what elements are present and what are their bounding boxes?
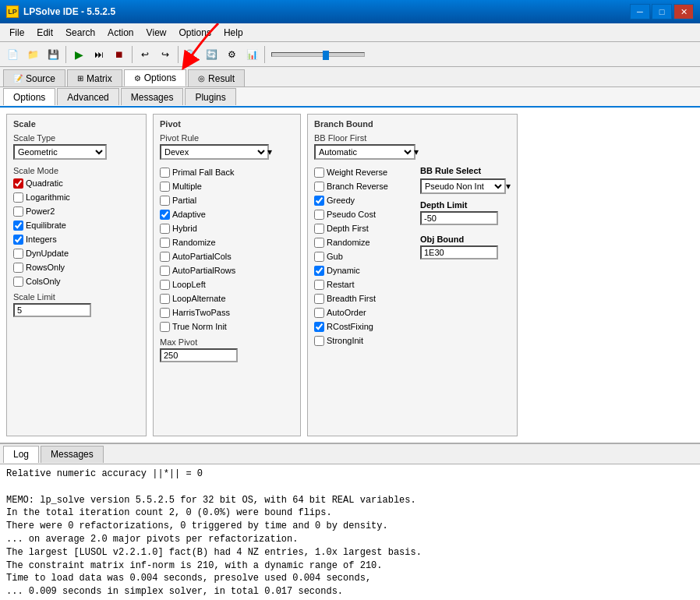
bb-depthfirst-checkbox[interactable] [314,224,324,234]
maximize-button[interactable]: □ [652,4,672,19]
pivot-autopartialcols-label[interactable]: AutoPartialCols [160,250,294,263]
toolbar-search[interactable]: 🔍 [182,45,200,64]
obj-bound-input[interactable] [420,245,498,259]
bb-rcostfixing-checkbox[interactable] [314,322,324,332]
bb-branch-reverse-label[interactable]: Branch Reverse [314,180,414,192]
pivot-harristwopass-label[interactable]: HarrisTwoPass [160,306,294,319]
bb-autoorder-checkbox[interactable] [314,308,324,318]
close-button[interactable]: ✕ [673,4,694,19]
toolbar-replace[interactable]: 🔄 [202,45,221,64]
pivot-partial-label[interactable]: Partial [160,194,294,206]
bb-weight-reverse-checkbox[interactable] [314,168,324,178]
pivot-hybrid-label[interactable]: Hybrid [160,222,294,235]
pivot-loopleft-label[interactable]: LoopLeft [160,278,294,291]
toolbar-new[interactable]: 📄 [3,45,22,64]
scale-power2-checkbox[interactable] [13,206,23,217]
toolbar-b1[interactable]: ⚙ [222,45,241,64]
log-tab-messages[interactable]: Messages [41,446,104,463]
toolbar-redo[interactable]: ↪ [156,45,175,64]
pivot-harristwopass-checkbox[interactable] [160,308,170,318]
subtab-messages[interactable]: Messages [121,88,184,105]
menu-view[interactable]: View [140,24,172,41]
scale-type-select[interactable]: Geometric Curtiss Extreme Mode [13,144,107,160]
minimize-button[interactable]: ─ [630,4,650,19]
bb-rule-select[interactable]: Pseudo Non Int First Select Gap Select [420,178,506,194]
tab-source[interactable]: 📝 Source [3,69,65,86]
scale-colsonly-label[interactable]: ColsOnly [13,275,140,288]
pivot-multiple-label[interactable]: Multiple [160,180,294,192]
pivot-adaptive-label[interactable]: Adaptive [160,208,294,221]
toolbar-save[interactable]: 💾 [44,45,62,64]
toolbar-b2[interactable]: 📊 [242,45,261,64]
bb-dynamic-label[interactable]: Dynamic [314,264,414,277]
scale-rowsonly-checkbox[interactable] [13,263,23,273]
toolbar-run[interactable]: ▶ [69,45,88,64]
menu-options[interactable]: Options [173,24,217,41]
pivot-autopartialcols-checkbox[interactable] [160,252,170,262]
scale-logarithmic-label[interactable]: Logarithmic [13,191,140,203]
scale-quadratic-label[interactable]: Quadratic [13,177,140,189]
subtab-options[interactable]: Options [3,88,55,105]
bb-greedy-label[interactable]: Greedy [314,194,414,206]
scale-equilibrate-checkbox[interactable] [13,221,23,231]
toolbar-undo[interactable]: ↩ [136,45,154,64]
pivot-multiple-checkbox[interactable] [160,182,170,192]
bb-rcostfixing-label[interactable]: RCostFixing [314,320,414,333]
scale-dynupdate-label[interactable]: DynUpdate [13,247,140,259]
bb-restart-checkbox[interactable] [314,280,324,290]
scale-equilibrate-label[interactable]: Equilibrate [13,219,140,231]
scale-integers-checkbox[interactable] [13,235,23,245]
max-pivot-input[interactable] [160,348,238,362]
pivot-primalfallback-label[interactable]: Primal Fall Back [160,166,294,178]
subtab-plugins[interactable]: Plugins [185,88,235,105]
pivot-adaptive-checkbox[interactable] [160,210,170,220]
menu-search[interactable]: Search [59,24,101,41]
depth-limit-input[interactable] [420,211,498,225]
pivot-truenorminit-label[interactable]: True Norm Init [160,320,294,333]
bb-breadthfirst-label[interactable]: Breadth First [314,292,414,305]
pivot-loopalternate-label[interactable]: LoopAlternate [160,292,294,305]
pivot-hybrid-checkbox[interactable] [160,224,170,234]
log-tab-log[interactable]: Log [3,446,39,463]
bb-restart-label[interactable]: Restart [314,278,414,291]
bb-depthfirst-label[interactable]: Depth First [314,222,414,235]
toolbar-stop[interactable]: ⏹ [110,45,129,64]
bb-gub-label[interactable]: Gub [314,250,414,263]
pivot-primalfallback-checkbox[interactable] [160,168,170,178]
pivot-partial-checkbox[interactable] [160,196,170,206]
bb-stronginit-checkbox[interactable] [314,336,324,346]
scale-logarithmic-checkbox[interactable] [13,192,23,203]
bb-pseudocost-label[interactable]: Pseudo Cost [314,208,414,221]
bb-gub-checkbox[interactable] [314,252,324,262]
bb-weight-reverse-label[interactable]: Weight Reverse [314,166,414,178]
menu-help[interactable]: Help [217,24,249,41]
scale-integers-label[interactable]: Integers [13,233,140,245]
menu-edit[interactable]: Edit [30,24,59,41]
menu-action[interactable]: Action [101,24,140,41]
bb-branch-reverse-checkbox[interactable] [314,182,324,192]
tab-matrix[interactable]: ⊞ Matrix [67,69,122,86]
bb-breadthfirst-checkbox[interactable] [314,294,324,304]
bb-randomize-checkbox[interactable] [314,238,324,248]
toolbar-step[interactable]: ⏭ [90,45,108,64]
subtab-advanced[interactable]: Advanced [57,88,118,105]
log-content[interactable]: Relative numeric accuracy ||*|| = 0 MEMO… [0,464,700,600]
toolbar-open[interactable]: 📁 [23,45,42,64]
pivot-loopalternate-checkbox[interactable] [160,294,170,304]
scale-rowsonly-label[interactable]: RowsOnly [13,261,140,274]
pivot-autopartialrows-label[interactable]: AutoPartialRows [160,264,294,277]
pivot-truenorminit-checkbox[interactable] [160,322,170,332]
bb-autoorder-label[interactable]: AutoOrder [314,306,414,319]
pivot-randomize-label[interactable]: Randomize [160,236,294,249]
scale-limit-input[interactable] [13,303,91,317]
scale-dynupdate-checkbox[interactable] [13,249,23,259]
scale-colsonly-checkbox[interactable] [13,277,23,287]
pivot-loopleft-checkbox[interactable] [160,280,170,290]
pivot-rule-select[interactable]: Devex Dantzig Price Partial [160,144,269,160]
pivot-randomize-checkbox[interactable] [160,238,170,248]
scale-quadratic-checkbox[interactable] [13,178,23,189]
tab-options[interactable]: ⚙ Options [124,69,186,86]
bb-pseudocost-checkbox[interactable] [314,210,324,220]
pivot-autopartialrows-checkbox[interactable] [160,266,170,276]
toolbar-slider[interactable] [271,52,365,57]
